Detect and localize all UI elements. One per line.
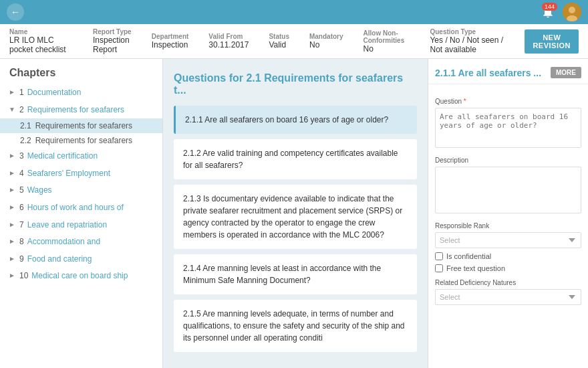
question-card-2-1-3[interactable]: 2.1.3 Is documentary evidence available … bbox=[174, 185, 417, 249]
sidebar-item-chapter-8[interactable]: ► 8 Accommodation and bbox=[0, 234, 162, 251]
question-card-2-1-5[interactable]: 2.1.5 Are manning levels adequate, in te… bbox=[174, 300, 417, 352]
question-card-2-1-1[interactable]: 2.1.1 Are all seafarers on board 16 year… bbox=[174, 106, 417, 134]
free-text-row: Free text question bbox=[435, 264, 581, 272]
related-deficiency-label: Related Deficiency Natures bbox=[435, 279, 581, 286]
chevron-right-icon: ► bbox=[9, 88, 18, 96]
right-panel: 2.1.1 Are all seafarers ... MORE Questio… bbox=[428, 59, 588, 368]
question-field-label: Question * bbox=[435, 98, 581, 105]
sidebar-item-chapter-10[interactable]: ► 10 Medical care on board ship bbox=[0, 268, 162, 285]
meta-name-value: LR ILO MLC pocket checklist bbox=[9, 35, 66, 54]
chevron-right-icon: ► bbox=[9, 221, 18, 228]
meta-question-type-value: Yes / No / Not seen / Not available bbox=[430, 35, 503, 54]
header-right: 144 bbox=[539, 3, 581, 21]
chevron-right-icon: ► bbox=[9, 186, 18, 193]
description-field-label: Description bbox=[435, 157, 581, 164]
meta-question-type: Question Type Yes / No / Not seen / Not … bbox=[430, 28, 504, 54]
description-textarea[interactable] bbox=[435, 167, 581, 213]
sidebar-item-chapter-5[interactable]: ► 5 Wages bbox=[0, 182, 162, 199]
sidebar-item-chapter-4[interactable]: ► 4 Seafarers' Employment bbox=[0, 165, 162, 183]
meta-department-value: Inspection bbox=[152, 40, 188, 50]
sidebar-item-chapter-6[interactable]: ► 6 Hours of work and hours of bbox=[0, 199, 162, 217]
chevron-right-icon: ► bbox=[9, 255, 18, 262]
chevron-right-icon: ► bbox=[9, 238, 18, 245]
chevron-right-icon: ► bbox=[9, 169, 18, 177]
sidebar-item-chapter-3[interactable]: ► 3 Medical certification bbox=[0, 148, 162, 165]
middle-panel-title: Questions for 2.1 Requirements for seafa… bbox=[174, 72, 417, 96]
right-panel-title: 2.1.1 Are all seafarers ... bbox=[435, 68, 541, 78]
sidebar-title: Chapters bbox=[0, 59, 162, 84]
meta-bar: Name LR ILO MLC pocket checklist Report … bbox=[0, 24, 588, 59]
related-deficiency-select[interactable]: Select bbox=[435, 289, 581, 305]
meta-allow-non-conf-label: Allow Non-Conformities bbox=[363, 29, 410, 44]
sidebar-item-chapter-9[interactable]: ► 9 Food and catering bbox=[0, 251, 162, 268]
meta-mandatory: Mandatory No bbox=[309, 33, 343, 50]
back-button[interactable]: ← bbox=[7, 3, 24, 21]
new-revision-button[interactable]: NEW REVISION bbox=[525, 29, 579, 54]
notification-badge: 144 bbox=[542, 3, 557, 11]
question-textarea[interactable] bbox=[435, 108, 581, 148]
meta-department-label: Department bbox=[152, 33, 189, 40]
is-confidential-label: Is confidential bbox=[446, 252, 491, 260]
question-card-2-1-4[interactable]: 2.1.4 Are manning levels at least in acc… bbox=[174, 254, 417, 294]
question-card-2-1-2[interactable]: 2.1.2 Are valid training and competency … bbox=[174, 139, 417, 179]
is-confidential-checkbox[interactable] bbox=[435, 252, 443, 260]
avatar[interactable] bbox=[563, 3, 581, 21]
right-panel-body: Question * Description Responsible Rank … bbox=[428, 84, 588, 312]
sidebar-item-chapter-2[interactable]: ▼ 2 Requirements for seafarers bbox=[0, 102, 162, 119]
chevron-right-icon: ► bbox=[9, 272, 18, 279]
chevron-down-icon: ▼ bbox=[9, 106, 18, 113]
top-header: ← 144 bbox=[0, 0, 588, 24]
middle-panel: Questions for 2.1 Requirements for seafa… bbox=[163, 59, 428, 368]
meta-mandatory-label: Mandatory bbox=[309, 33, 343, 40]
meta-mandatory-value: No bbox=[309, 40, 319, 50]
sidebar-item-subchapter-2-1[interactable]: 2.1 Requirements for seafarers bbox=[0, 118, 162, 133]
meta-report-type: Report Type Inspection Report bbox=[93, 28, 132, 54]
free-text-label: Free text question bbox=[446, 264, 505, 272]
more-button[interactable]: MORE bbox=[551, 67, 581, 78]
sidebar: Chapters ► 1 Documentation ▼ 2 Requireme… bbox=[0, 59, 163, 368]
meta-allow-non-conf-value: No bbox=[363, 44, 374, 54]
meta-name-label: Name bbox=[9, 28, 73, 35]
meta-question-type-label: Question Type bbox=[430, 28, 504, 35]
chevron-right-icon: ► bbox=[9, 152, 18, 159]
meta-department: Department Inspection bbox=[152, 33, 189, 50]
sidebar-item-chapter-7[interactable]: ► 7 Leave and repatriation bbox=[0, 217, 162, 234]
meta-valid-from-label: Valid From bbox=[208, 33, 249, 40]
is-confidential-row: Is confidential bbox=[435, 252, 581, 260]
meta-status-value: Valid bbox=[269, 40, 286, 50]
responsible-rank-label: Responsible Rank bbox=[435, 222, 581, 229]
responsible-rank-select[interactable]: Select bbox=[435, 232, 581, 248]
meta-name: Name LR ILO MLC pocket checklist bbox=[9, 28, 73, 54]
svg-point-1 bbox=[569, 7, 575, 13]
meta-valid-from-value: 30.11.2017 bbox=[208, 40, 249, 50]
main-layout: Chapters ► 1 Documentation ▼ 2 Requireme… bbox=[0, 59, 588, 368]
meta-report-type-value: Inspection Report bbox=[93, 35, 130, 54]
meta-status: Status Valid bbox=[269, 33, 289, 50]
meta-valid-from: Valid From 30.11.2017 bbox=[208, 33, 249, 50]
right-panel-header: 2.1.1 Are all seafarers ... MORE bbox=[428, 59, 588, 84]
sidebar-item-chapter-1[interactable]: ► 1 Documentation bbox=[0, 84, 162, 102]
sidebar-item-subchapter-2-2[interactable]: 2.2 Requirements for seafarers bbox=[0, 133, 162, 148]
meta-allow-non-conf: Allow Non-Conformities No bbox=[363, 29, 410, 54]
free-text-checkbox[interactable] bbox=[435, 264, 443, 272]
notification-icon[interactable]: 144 bbox=[539, 3, 557, 21]
meta-status-label: Status bbox=[269, 33, 289, 40]
meta-report-type-label: Report Type bbox=[93, 28, 132, 35]
chevron-right-icon: ► bbox=[9, 203, 18, 211]
